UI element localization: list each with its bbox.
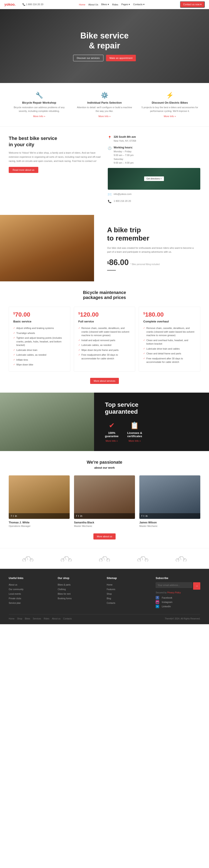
hero-title: Bike service & repair <box>73 31 136 51</box>
package-basic: $70.00 Basic service Adjust shifting and… <box>9 307 70 372</box>
feature-parts: ⚙️ Individual Parts Selection Attention … <box>74 90 135 120</box>
features-section: 🔧 Bicycle Repair Workshop Bicycle restor… <box>0 83 209 127</box>
icon-bar-item-1 <box>22 555 33 562</box>
email-subscribe-input[interactable] <box>156 582 192 588</box>
about-section: The best bike service in your city Welco… <box>0 127 209 215</box>
footer-link[interactable]: Contacts <box>107 602 115 604</box>
social-icon-tw-3[interactable]: t <box>143 515 144 518</box>
list-item: Bikes for rent <box>58 591 102 596</box>
footer-bottom-link[interactable]: Rides <box>44 618 49 620</box>
guarantee-title-2: Licenses &certificates <box>127 431 142 438</box>
hours-label: Working hours: <box>114 146 134 149</box>
more-about-us-button[interactable]: More about us <box>94 533 115 539</box>
list-item: Our community <box>9 587 53 591</box>
social-icon-in-3[interactable]: in <box>146 515 148 518</box>
package-overhaul-features: Remove chain, cassette, derailleurs, and… <box>143 326 196 365</box>
social-icon-tw-1[interactable]: t <box>13 515 14 518</box>
icon-bar-item-4 <box>137 555 148 562</box>
footer-bottom-nav: Home Shop Bikes Services Rides About us … <box>9 618 72 620</box>
instagram-link[interactable]: 📷Instagram <box>156 600 200 604</box>
nav-about[interactable]: About Us <box>88 3 98 6</box>
hero-section: Bike service & repair Discover our servi… <box>0 9 209 83</box>
electric-icon: ⚡ <box>141 92 198 99</box>
about-heading: The best bike service in your city <box>9 135 101 148</box>
footer-link[interactable]: Blog <box>107 597 111 600</box>
make-appointment-button[interactable]: Make an appointment <box>106 55 136 61</box>
footer-bottom-link[interactable]: Services <box>33 618 41 620</box>
footer-bottom-link[interactable]: Home <box>9 618 15 620</box>
packages-cta: More about services <box>9 378 200 384</box>
guarantee-title-1: 100%guarantee <box>105 431 119 438</box>
guarantee-link-1[interactable]: More Info » <box>106 439 118 442</box>
nav-rides[interactable]: Rides <box>112 3 118 6</box>
list-item: Bikes & parts <box>58 582 102 587</box>
top-service-heading: Top service guaranteed <box>105 401 198 415</box>
footer-bottom-link[interactable]: Shop <box>17 618 22 620</box>
nav-home[interactable]: Home <box>79 3 85 6</box>
read-more-about-button[interactable]: Read more about us <box>9 167 38 173</box>
team-section: We're passionate about our work f t in T… <box>0 451 209 548</box>
feature-repair-link[interactable]: More Info » <box>33 115 45 118</box>
footer-link[interactable]: Booking forms <box>58 597 72 600</box>
linkedin-icon: in <box>156 604 159 608</box>
footer-bottom-link[interactable]: Contacts <box>63 618 72 620</box>
footer-link[interactable]: Clothing <box>58 588 66 591</box>
footer-link[interactable]: Bikes for rent <box>58 593 71 595</box>
social-icon-fb-1[interactable]: f <box>11 515 11 518</box>
footer-link[interactable]: Features <box>107 588 115 591</box>
facebook-icon: f <box>156 596 159 599</box>
footer-sitemap-heading: Sitemap <box>107 577 151 580</box>
more-about-services-button[interactable]: More about services <box>90 378 119 384</box>
list-item: Inflate tires <box>13 358 66 363</box>
nav-pages[interactable]: Pages ▾ <box>121 3 130 6</box>
icon-bar-item-3 <box>99 555 110 562</box>
team-name-2: Samantha Black <box>74 521 135 524</box>
discover-services-button[interactable]: Discover our services <box>73 55 103 61</box>
social-icon-in-2[interactable]: in <box>80 515 82 518</box>
hours-row: 🕐 Working hours: Monday – Friday9:00 am … <box>108 146 200 165</box>
footer-bottom-link[interactable]: About us <box>52 618 60 620</box>
footer-link[interactable]: Shop <box>107 593 112 595</box>
package-basic-name: Basic service <box>13 320 66 323</box>
social-icon-fb-2[interactable]: f <box>76 515 77 518</box>
footer-link[interactable]: Service plan <box>9 602 21 604</box>
package-basic-price: $70.00 <box>13 311 66 318</box>
footer-link[interactable]: Home <box>107 584 112 586</box>
list-item: Service plan <box>9 600 53 605</box>
team-photo-2: f t in <box>74 475 135 519</box>
team-social-overlay-3: f t in <box>139 513 200 519</box>
list-item: Shop <box>107 591 151 596</box>
footer-subscribe: Subscribe → Secured by Privacy Policy fF… <box>156 577 200 608</box>
list-item: Lubricate drive train <box>13 348 66 353</box>
get-directions-button[interactable]: Get directions » <box>144 177 164 181</box>
footer-bottom-link[interactable]: Bikes <box>25 618 30 620</box>
team-subheading: about our work <box>9 466 200 469</box>
footer-link[interactable]: About us <box>9 584 17 586</box>
packages-section: Bicycle maintenance packages and prices … <box>0 281 209 393</box>
feature-electric-link[interactable]: More Info » <box>164 115 176 118</box>
list-item: Private clubs <box>9 596 53 600</box>
header-cta-button[interactable]: Contact us now ▾ <box>180 1 205 8</box>
logo[interactable]: yokoo. <box>4 3 16 6</box>
guarantee-link-2[interactable]: More Info » <box>129 439 141 442</box>
footer-link[interactable]: Local events <box>9 593 21 595</box>
privacy-link[interactable]: Privacy Policy <box>167 591 181 594</box>
footer-link[interactable]: Our community <box>9 588 24 591</box>
footer-link[interactable]: Bikes & parts <box>58 584 71 586</box>
subscribe-button[interactable]: → <box>193 582 200 590</box>
nav-bikes[interactable]: Bikes ▾ <box>101 3 109 6</box>
address-row: 📍 326 South 8th ave New York, NY, 07358 <box>108 135 200 143</box>
facebook-link[interactable]: fFacebook <box>156 596 200 599</box>
nav-contacts[interactable]: Contacts ▾ <box>133 3 144 6</box>
guarantee-icon-1: ✔ <box>105 421 119 430</box>
team-name-3: James Wilson <box>139 521 200 524</box>
social-icon-tw-2[interactable]: t <box>78 515 79 518</box>
parts-icon: ⚙️ <box>76 92 133 99</box>
linkedin-link[interactable]: inLinkedIn <box>156 604 200 608</box>
social-icon-in-1[interactable]: in <box>15 515 17 518</box>
footer-link[interactable]: Private clubs <box>9 597 21 600</box>
social-icon-fb-3[interactable]: f <box>141 515 142 518</box>
trip-image <box>0 215 94 281</box>
feature-parts-link[interactable]: More Info » <box>98 115 111 118</box>
about-right: 📍 326 South 8th ave New York, NY, 07358 … <box>108 135 200 206</box>
